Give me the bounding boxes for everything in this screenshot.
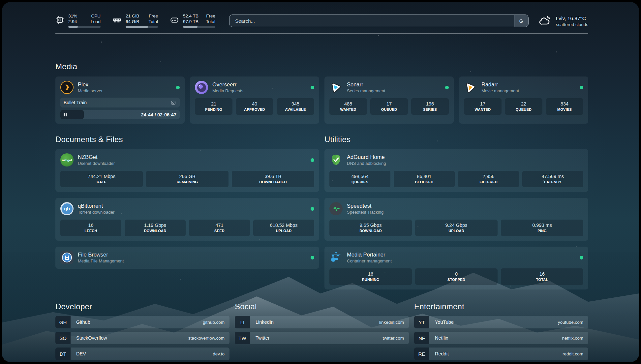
dashboard-screen: 31% 2.94 CPU Load xyxy=(2,2,639,362)
service-description: Usenet downloader xyxy=(78,161,115,166)
bookmark-name: Github xyxy=(71,316,90,328)
ram-total-label: Total xyxy=(148,19,158,24)
service-name: Overseerr xyxy=(212,81,243,88)
overseerr-icon xyxy=(195,81,208,94)
service-card-radarr[interactable]: Radarr Movie management 17 WANTED 22 QUE… xyxy=(459,76,588,124)
bookmark-name: Twitter xyxy=(250,332,270,344)
service-name: Radarr xyxy=(481,81,519,88)
stat-downloaded: 39.6 TB DOWNLOADED xyxy=(232,171,314,187)
bookmark-twitter[interactable]: TW Twitter twitter.com xyxy=(235,332,409,344)
resource-widgets: 31% 2.94 CPU Load xyxy=(55,13,215,28)
service-card-overseerr[interactable]: Overseerr Media Requests 21 PENDING 40 A… xyxy=(190,76,319,124)
ram-total-value: 64 GiB xyxy=(126,19,139,24)
adguard-icon xyxy=(329,153,343,167)
search-provider-button[interactable]: G xyxy=(514,15,528,27)
stat-series: 196 SERIES xyxy=(411,98,449,115)
service-card-sonarr[interactable]: Sonarr Series management 485 WANTED 17 Q… xyxy=(324,76,454,124)
stat-rate: 744.21 Mbps RATE xyxy=(60,171,143,187)
bookmark-domain: dev.to xyxy=(213,348,229,360)
pause-icon xyxy=(64,113,67,116)
bookmark-dev[interactable]: DT DEV dev.to xyxy=(55,348,229,360)
bookmark-group-entertainment: Entertainment YT YouTube youtube.com NF … xyxy=(414,302,588,360)
service-name: File Browser xyxy=(78,252,124,258)
status-dot xyxy=(176,86,180,89)
service-name: AdGuard Home xyxy=(347,154,386,160)
service-name: Plex xyxy=(78,81,103,88)
bookmark-abbr: NF xyxy=(414,332,429,344)
cpu-widget: 31% 2.94 CPU Load xyxy=(55,13,101,28)
stat-queued: 17 QUEUED xyxy=(370,98,408,115)
stat-download: 9.65 Gbps DOWNLOAD xyxy=(329,220,412,236)
stat-upload: 9.24 Gbps UPLOAD xyxy=(415,220,498,236)
filebrowser-icon xyxy=(60,251,74,264)
bookmark-abbr: LI xyxy=(235,316,250,328)
bookmark-domain: linkedin.com xyxy=(379,316,409,328)
status-dot xyxy=(311,256,314,259)
service-description: Movie management xyxy=(481,88,519,93)
bookmark-reddit[interactable]: RE Reddit reddit.com xyxy=(414,348,588,360)
bookmark-github[interactable]: GH Github github.com xyxy=(55,316,229,328)
service-card-adguard[interactable]: AdGuard Home DNS and adblocking 498,564 … xyxy=(324,149,588,192)
weather-location-temp: Lviv, 16.87°C xyxy=(556,15,588,21)
status-dot xyxy=(445,86,449,89)
service-card-portainer[interactable]: Media Portainer Container management 16 … xyxy=(324,247,588,289)
disk-progress-bar xyxy=(183,26,215,28)
bookmark-youtube[interactable]: YT YouTube youtube.com xyxy=(414,316,588,328)
cpu-icon xyxy=(55,15,64,28)
bookmark-abbr: TW xyxy=(235,332,250,344)
bookmark-domain: twitter.com xyxy=(382,332,409,344)
cpu-load-label: Load xyxy=(91,19,101,24)
service-card-nzbget[interactable]: nzbget NZBGet Usenet downloader 744.21 M… xyxy=(55,149,319,192)
section-title-documents: Documents & Files xyxy=(55,135,319,144)
service-card-qbittorrent[interactable]: qb qBittorrent Torrent downloader 16 xyxy=(55,198,319,241)
cloud-moon-icon xyxy=(538,14,552,28)
stat-available: 945 AVAILABLE xyxy=(277,98,314,115)
cpu-usage-value: 31% xyxy=(68,13,77,19)
documents-column: Documents & Files nzbget NZBGet Usenet d… xyxy=(55,135,319,289)
qbittorrent-icon: qb xyxy=(60,202,74,215)
bookmark-linkedin[interactable]: LI LinkedIn linkedin.com xyxy=(235,316,409,328)
media-grid: Plex Media server Bullet Train xyxy=(55,76,588,124)
bookmark-netflix[interactable]: NF Netflix netflix.com xyxy=(414,332,588,344)
stat-upload: 618.52 Mbps UPLOAD xyxy=(253,220,314,236)
bookmark-name: Reddit xyxy=(429,348,449,360)
status-dot xyxy=(311,86,314,89)
section-title-developer: Developer xyxy=(55,302,229,311)
service-name: NZBGet xyxy=(78,154,115,160)
stat-queries: 498,564 QUERIES xyxy=(329,171,390,187)
service-card-speedtest[interactable]: Speedtest Speedtest Tracking 9.65 Gbps D… xyxy=(324,198,588,241)
bookmark-domain: github.com xyxy=(203,316,229,328)
stat-blocked: 86,401 BLOCKED xyxy=(394,171,455,187)
disk-free-label: Free xyxy=(206,13,215,19)
search-input[interactable] xyxy=(229,15,514,27)
section-title-entertainment: Entertainment xyxy=(414,302,588,311)
stat-stopped: 0 STOPPED xyxy=(415,268,498,285)
section-title-media: Media xyxy=(55,62,588,71)
service-card-filebrowser[interactable]: File Browser Media File Management xyxy=(55,247,319,269)
service-card-plex[interactable]: Plex Media server Bullet Train xyxy=(55,76,185,124)
stat-total: 16 TOTAL xyxy=(501,268,583,285)
cpu-progress-bar xyxy=(68,26,101,28)
stat-latency: 47.569 ms LATENCY xyxy=(522,171,583,187)
bookmark-name: LinkedIn xyxy=(250,316,274,328)
stat-wanted: 485 WANTED xyxy=(329,98,367,115)
bookmark-name: YouTube xyxy=(429,316,454,328)
bookmark-stackoverflow[interactable]: SO StackOverflow stackoverflow.com xyxy=(55,332,229,344)
ram-free-label: Free xyxy=(148,13,158,19)
bookmark-abbr: YT xyxy=(414,316,429,328)
service-name: Media Portainer xyxy=(347,252,392,258)
plex-icon xyxy=(60,81,74,94)
nzbget-icon: nzbget xyxy=(60,153,74,167)
service-description: Media File Management xyxy=(78,258,124,263)
bookmark-abbr: SO xyxy=(55,332,71,344)
radarr-icon xyxy=(464,81,477,94)
weather-widget[interactable]: Lviv, 16.87°C scattered clouds xyxy=(538,14,588,28)
disk-icon xyxy=(170,15,179,28)
status-dot xyxy=(311,207,314,211)
now-playing-title: Bullet Train xyxy=(64,100,87,105)
stat-pending: 21 PENDING xyxy=(195,98,232,115)
video-view-icon xyxy=(170,100,176,106)
status-dot xyxy=(580,86,583,89)
stat-seed: 471 SEED xyxy=(189,220,250,236)
utilities-column: Utilities xyxy=(324,135,588,289)
